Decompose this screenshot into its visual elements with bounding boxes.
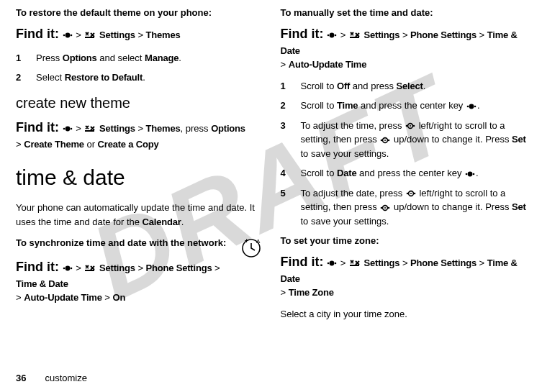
calendar-label: Calendar: [143, 216, 181, 227]
time-date-para: Your phone can automatically update the …: [16, 201, 262, 229]
t: or: [84, 139, 98, 150]
time-date-heading: time & date: [16, 161, 262, 193]
svg-rect-14: [85, 270, 94, 271]
options-label: Options: [63, 53, 97, 63]
step-number: 3: [281, 119, 291, 161]
svg-point-43: [335, 263, 337, 265]
find-it-label: Find it:: [16, 260, 59, 274]
find-it-label: Find it:: [281, 27, 324, 41]
tools-icon: [348, 30, 361, 40]
svg-point-21: [474, 105, 476, 107]
center-key-icon: [326, 32, 338, 39]
step-number: 4: [281, 166, 291, 181]
settings-label: Settings: [99, 263, 135, 273]
create-copy-label: Create a Copy: [98, 139, 159, 150]
svg-rect-3: [85, 37, 94, 38]
svg-point-36: [413, 193, 415, 195]
sep: >: [479, 257, 485, 268]
sync-findit-line: Find it: > Settings > Phone Settings > T…: [16, 257, 262, 305]
step-number: 5: [281, 186, 291, 229]
svg-point-6: [70, 128, 72, 130]
svg-point-42: [330, 261, 335, 266]
tools-icon: [83, 124, 96, 134]
svg-point-30: [466, 173, 468, 175]
svg-rect-44: [350, 265, 359, 266]
tools-icon: [348, 258, 361, 268]
svg-point-39: [384, 207, 386, 209]
t: .: [179, 53, 181, 63]
svg-point-13: [70, 268, 72, 270]
center-key-icon: [466, 103, 477, 110]
manual-step-2: 2 Scroll to Time and press the center ke…: [281, 99, 527, 113]
step-text: Scroll to Off and press Select.: [301, 79, 426, 94]
svg-point-16: [330, 33, 335, 38]
set-label: Set: [512, 134, 526, 145]
t: Scroll to: [301, 168, 338, 178]
t: .: [477, 100, 480, 111]
settings-label: Settings: [99, 123, 135, 134]
sync-heading-text: To synchronize time and date with the ne…: [16, 237, 223, 248]
step-text: Scroll to Time and press the center key …: [301, 99, 480, 113]
center-key-icon: [464, 170, 476, 178]
tools-icon: [83, 30, 96, 40]
svg-rect-7: [85, 130, 94, 132]
svg-point-32: [473, 173, 475, 175]
options-label: Options: [211, 123, 245, 134]
restore-theme-heading: To restore the default theme on your pho…: [16, 6, 262, 20]
svg-point-15: [328, 35, 330, 37]
create-theme-label: Create Theme: [24, 139, 84, 150]
restore-step-1: 1 Press Options and select Manage.: [16, 51, 262, 65]
find-it-label: Find it:: [16, 120, 59, 135]
tz-para: Select a city in your time zone.: [281, 307, 527, 322]
t: Press: [36, 53, 63, 63]
sep: >: [104, 292, 110, 303]
date-label: Date: [337, 168, 356, 178]
center-key-icon: [62, 32, 73, 39]
center-key-icon: [62, 125, 73, 132]
tools-icon: [83, 263, 96, 273]
sep: >: [281, 287, 286, 298]
t: to save your settings.: [301, 216, 389, 227]
step-number: 2: [16, 70, 26, 85]
sep: >: [137, 123, 143, 134]
t: To manually set the time and date: [281, 7, 430, 18]
set-label: Set: [512, 201, 526, 212]
sep: >: [479, 29, 485, 40]
nav-key-icon: [379, 136, 391, 145]
manual-step-1: 1 Scroll to Off and press Select.: [281, 79, 527, 94]
restore-theme-heading-text: To restore the default theme on your pho…: [16, 7, 209, 18]
svg-point-41: [328, 263, 330, 265]
t: up/down to change it. Press: [391, 201, 512, 212]
svg-rect-18: [350, 37, 359, 38]
svg-text:A: A: [256, 238, 261, 245]
manual-heading: To manually set the time and date:: [281, 6, 527, 20]
auto-update-time-label: Auto-Update Time: [24, 292, 102, 303]
t: Scroll to: [301, 100, 338, 111]
manual-findit-line: Find it: > Settings > Phone Settings > T…: [281, 24, 527, 72]
sync-heading-block: +A To synchronize time and date with the…: [16, 236, 262, 250]
sep: >: [16, 139, 22, 150]
t: and press: [350, 81, 396, 91]
settings-label: Settings: [364, 257, 400, 268]
step-text: To adjust the time, press left/right to …: [301, 119, 527, 161]
step-text: Scroll to Date and press the center key …: [301, 166, 479, 181]
svg-point-19: [467, 105, 469, 107]
t: To set your time zone: [281, 235, 376, 246]
nav-key-icon: [379, 204, 391, 212]
themes-label: Themes: [146, 29, 181, 40]
find-it-label: Find it:: [16, 27, 59, 41]
sep: >: [76, 29, 81, 40]
svg-text:+: +: [245, 237, 248, 245]
nav-key-icon: [405, 189, 417, 198]
tz-heading: To set your time zone:: [281, 234, 527, 248]
settings-label: Settings: [99, 29, 135, 40]
sep: >: [137, 263, 143, 273]
sep: >: [16, 292, 22, 303]
phone-settings-label: Phone Settings: [146, 263, 212, 273]
svg-point-35: [410, 193, 412, 194]
auto-time-icon: +A: [240, 237, 262, 259]
right-column: To manually set the time and date: Find …: [281, 6, 527, 328]
svg-point-1: [65, 33, 70, 38]
t: .: [143, 72, 145, 83]
create-theme-heading: create new theme: [16, 92, 262, 114]
